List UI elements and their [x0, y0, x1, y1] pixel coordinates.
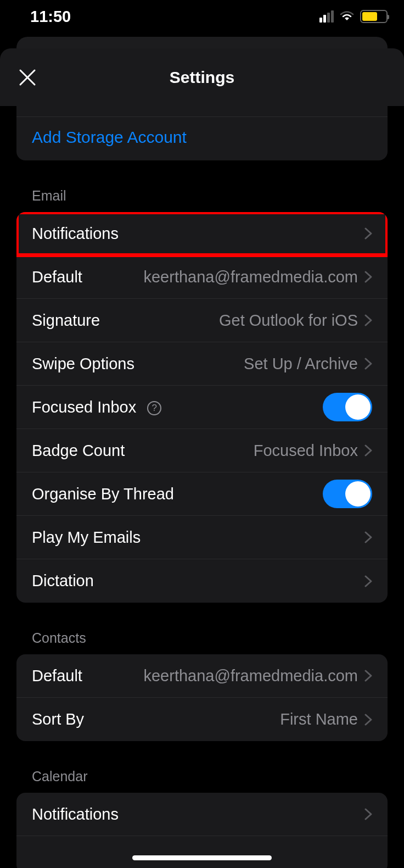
signature-label: Signature [32, 311, 100, 330]
chevron-right-icon [364, 227, 372, 240]
play-label: Play My Emails [32, 528, 141, 547]
add-storage-account-button[interactable]: Add Storage Account [16, 117, 388, 160]
status-icons [319, 10, 388, 23]
email-section-header: Email [15, 188, 388, 212]
status-bar: 11:50 [0, 0, 404, 30]
chevron-right-icon [364, 358, 372, 370]
swipe-label: Swipe Options [32, 355, 134, 373]
play-my-emails-row[interactable]: Play My Emails [16, 516, 388, 559]
focused-inbox-label: Focused Inbox ? [32, 398, 161, 416]
email-group: Notifications Default keerthana@framedme… [16, 212, 388, 603]
sort-label: Sort By [32, 710, 84, 728]
focused-inbox-toggle[interactable] [323, 393, 372, 421]
chevron-right-icon [364, 531, 372, 543]
status-time: 11:50 [30, 8, 71, 26]
swipe-options-row[interactable]: Swipe Options Set Up / Archive [16, 342, 388, 386]
signature-value: Get Outlook for iOS [100, 311, 358, 330]
default-label: Default [32, 268, 82, 286]
dictation-label: Dictation [32, 572, 94, 590]
notifications-row[interactable]: Notifications [16, 212, 388, 255]
badge-label: Badge Count [32, 442, 125, 460]
contacts-default-row[interactable]: Default keerthana@framedmedia.com [16, 654, 388, 698]
chevron-right-icon [364, 314, 372, 326]
calendar-notifications-label: Notifications [32, 805, 119, 824]
cellular-signal-icon [319, 10, 334, 23]
focused-inbox-row: Focused Inbox ? [16, 386, 388, 429]
organise-toggle[interactable] [323, 480, 372, 508]
badge-value: Focused Inbox [125, 442, 358, 460]
chevron-right-icon [364, 808, 372, 820]
add-storage-label: Add Storage Account [32, 128, 187, 146]
calendar-section-header: Calendar [15, 769, 388, 793]
settings-sheet: Settings Add Storage Account Email Notif… [0, 48, 404, 868]
home-indicator[interactable] [132, 855, 272, 860]
organise-by-thread-row: Organise By Thread [16, 472, 388, 516]
signature-row[interactable]: Signature Get Outlook for iOS [16, 299, 388, 342]
contacts-section-header: Contacts [15, 630, 388, 654]
calendar-partial-row[interactable] [16, 836, 388, 868]
badge-count-row[interactable]: Badge Count Focused Inbox [16, 429, 388, 472]
default-value: keerthana@framedmedia.com [82, 268, 358, 286]
chevron-right-icon [364, 575, 372, 587]
wifi-icon [339, 10, 355, 23]
swipe-value: Set Up / Archive [134, 355, 358, 373]
settings-header: Settings [0, 48, 404, 106]
sort-value: First Name [84, 710, 358, 728]
chevron-right-icon [364, 444, 372, 457]
contacts-default-value: keerthana@framedmedia.com [82, 667, 358, 685]
battery-icon [360, 10, 388, 23]
chevron-right-icon [364, 271, 372, 283]
calendar-notifications-row[interactable]: Notifications [16, 793, 388, 836]
notifications-label: Notifications [32, 225, 119, 243]
chevron-right-icon [364, 670, 372, 682]
help-icon[interactable]: ? [147, 401, 161, 415]
sort-by-row[interactable]: Sort By First Name [16, 698, 388, 741]
storage-group: Add Storage Account [16, 106, 388, 160]
default-email-row[interactable]: Default keerthana@framedmedia.com [16, 255, 388, 299]
close-button[interactable] [16, 66, 38, 88]
dictation-row[interactable]: Dictation [16, 559, 388, 603]
page-title: Settings [0, 68, 404, 87]
organise-label: Organise By Thread [32, 485, 174, 503]
contacts-group: Default keerthana@framedmedia.com Sort B… [16, 654, 388, 741]
contacts-default-label: Default [32, 667, 82, 685]
chevron-right-icon [364, 714, 372, 726]
close-icon [18, 68, 37, 87]
